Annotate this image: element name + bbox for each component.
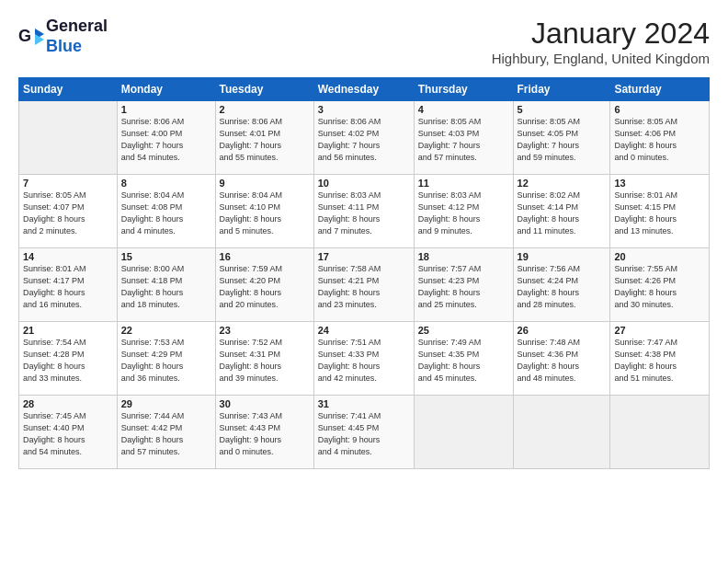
day-info: Sunrise: 7:47 AM Sunset: 4:38 PM Dayligh… — [614, 337, 705, 385]
day-number: 10 — [318, 178, 410, 189]
calendar-cell: 23Sunrise: 7:52 AM Sunset: 4:31 PM Dayli… — [215, 322, 313, 396]
day-info: Sunrise: 7:56 AM Sunset: 4:24 PM Dayligh… — [518, 263, 607, 311]
day-number: 25 — [418, 325, 509, 336]
day-info: Sunrise: 8:03 AM Sunset: 4:12 PM Dayligh… — [418, 190, 509, 237]
day-info: Sunrise: 7:58 AM Sunset: 4:21 PM Dayligh… — [318, 263, 410, 311]
calendar-table: SundayMondayTuesdayWednesdayThursdayFrid… — [18, 77, 710, 469]
calendar-cell: 4Sunrise: 8:05 AM Sunset: 4:03 PM Daylig… — [414, 101, 513, 175]
day-number: 28 — [23, 398, 113, 409]
logo-line1: General — [46, 17, 108, 37]
day-number: 24 — [318, 325, 410, 336]
day-number: 12 — [518, 178, 607, 189]
day-info: Sunrise: 8:01 AM Sunset: 4:15 PM Dayligh… — [614, 190, 705, 237]
calendar-cell: 15Sunrise: 8:00 AM Sunset: 4:18 PM Dayli… — [117, 248, 215, 322]
day-info: Sunrise: 8:05 AM Sunset: 4:05 PM Dayligh… — [518, 116, 607, 164]
calendar-cell: 14Sunrise: 8:01 AM Sunset: 4:17 PM Dayli… — [19, 248, 118, 322]
day-number: 13 — [614, 178, 705, 189]
calendar-cell — [19, 101, 118, 175]
location: Highbury, England, United Kingdom — [492, 51, 710, 66]
weekday-header-sunday: Sunday — [19, 78, 118, 101]
week-row-5: 28Sunrise: 7:45 AM Sunset: 4:40 PM Dayli… — [19, 396, 710, 469]
calendar-cell: 12Sunrise: 8:02 AM Sunset: 4:14 PM Dayli… — [513, 175, 610, 248]
calendar-cell: 9Sunrise: 8:04 AM Sunset: 4:10 PM Daylig… — [215, 175, 313, 248]
day-number: 29 — [121, 398, 211, 409]
logo-text: General Blue — [46, 17, 108, 56]
calendar-cell: 11Sunrise: 8:03 AM Sunset: 4:12 PM Dayli… — [414, 175, 513, 248]
day-number: 20 — [614, 251, 705, 262]
day-info: Sunrise: 7:57 AM Sunset: 4:23 PM Dayligh… — [418, 263, 509, 311]
calendar-cell: 8Sunrise: 8:04 AM Sunset: 4:08 PM Daylig… — [117, 175, 215, 248]
day-number: 9 — [220, 178, 310, 189]
day-info: Sunrise: 7:54 AM Sunset: 4:28 PM Dayligh… — [23, 337, 113, 385]
calendar-cell: 28Sunrise: 7:45 AM Sunset: 4:40 PM Dayli… — [19, 396, 118, 469]
calendar-cell: 5Sunrise: 8:05 AM Sunset: 4:05 PM Daylig… — [513, 101, 610, 175]
calendar-cell: 10Sunrise: 8:03 AM Sunset: 4:11 PM Dayli… — [313, 175, 414, 248]
calendar-cell: 18Sunrise: 7:57 AM Sunset: 4:23 PM Dayli… — [414, 248, 513, 322]
day-info: Sunrise: 7:55 AM Sunset: 4:26 PM Dayligh… — [614, 263, 705, 311]
week-row-1: 1Sunrise: 8:06 AM Sunset: 4:00 PM Daylig… — [19, 101, 710, 175]
calendar-cell: 6Sunrise: 8:05 AM Sunset: 4:06 PM Daylig… — [610, 101, 710, 175]
weekday-header-thursday: Thursday — [414, 78, 513, 101]
day-number: 5 — [518, 104, 607, 115]
week-row-4: 21Sunrise: 7:54 AM Sunset: 4:28 PM Dayli… — [19, 322, 710, 396]
calendar-cell: 7Sunrise: 8:05 AM Sunset: 4:07 PM Daylig… — [19, 175, 118, 248]
day-number: 18 — [418, 251, 509, 262]
weekday-header-tuesday: Tuesday — [215, 78, 313, 101]
calendar-cell — [610, 396, 710, 469]
day-info: Sunrise: 8:05 AM Sunset: 4:03 PM Dayligh… — [418, 116, 509, 164]
logo-line2: Blue — [46, 37, 108, 57]
day-info: Sunrise: 7:51 AM Sunset: 4:33 PM Dayligh… — [318, 337, 410, 385]
day-number: 31 — [318, 398, 410, 409]
calendar-cell: 1Sunrise: 8:06 AM Sunset: 4:00 PM Daylig… — [117, 101, 215, 175]
calendar-cell: 21Sunrise: 7:54 AM Sunset: 4:28 PM Dayli… — [19, 322, 118, 396]
calendar-cell — [513, 396, 610, 469]
day-info: Sunrise: 8:05 AM Sunset: 4:07 PM Dayligh… — [23, 190, 113, 237]
day-info: Sunrise: 7:41 AM Sunset: 4:45 PM Dayligh… — [318, 410, 410, 458]
svg-text:G: G — [18, 27, 31, 45]
calendar-page: G General Blue January 2024 Highbury, En… — [0, 0, 728, 563]
day-number: 30 — [220, 398, 310, 409]
day-info: Sunrise: 7:53 AM Sunset: 4:29 PM Dayligh… — [121, 337, 211, 385]
logo: G General Blue — [18, 17, 108, 56]
day-info: Sunrise: 7:52 AM Sunset: 4:31 PM Dayligh… — [220, 337, 310, 385]
day-info: Sunrise: 7:45 AM Sunset: 4:40 PM Dayligh… — [23, 410, 113, 458]
calendar-cell: 3Sunrise: 8:06 AM Sunset: 4:02 PM Daylig… — [313, 101, 414, 175]
calendar-cell: 2Sunrise: 8:06 AM Sunset: 4:01 PM Daylig… — [215, 101, 313, 175]
calendar-cell: 24Sunrise: 7:51 AM Sunset: 4:33 PM Dayli… — [313, 322, 414, 396]
title-block: January 2024 Highbury, England, United K… — [492, 17, 710, 66]
weekday-header-monday: Monday — [117, 78, 215, 101]
calendar-cell: 26Sunrise: 7:48 AM Sunset: 4:36 PM Dayli… — [513, 322, 610, 396]
day-info: Sunrise: 7:43 AM Sunset: 4:43 PM Dayligh… — [220, 410, 310, 458]
day-info: Sunrise: 8:00 AM Sunset: 4:18 PM Dayligh… — [121, 263, 211, 311]
day-info: Sunrise: 7:49 AM Sunset: 4:35 PM Dayligh… — [418, 337, 509, 385]
day-number: 16 — [220, 251, 310, 262]
day-info: Sunrise: 8:06 AM Sunset: 4:01 PM Dayligh… — [220, 116, 310, 164]
day-number: 21 — [23, 325, 113, 336]
day-info: Sunrise: 8:05 AM Sunset: 4:06 PM Dayligh… — [614, 116, 705, 164]
calendar-cell — [414, 396, 513, 469]
month-title: January 2024 — [492, 17, 710, 51]
day-info: Sunrise: 8:06 AM Sunset: 4:00 PM Dayligh… — [121, 116, 211, 164]
day-number: 14 — [23, 251, 113, 262]
calendar-cell: 30Sunrise: 7:43 AM Sunset: 4:43 PM Dayli… — [215, 396, 313, 469]
weekday-header-friday: Friday — [513, 78, 610, 101]
calendar-cell: 22Sunrise: 7:53 AM Sunset: 4:29 PM Dayli… — [117, 322, 215, 396]
calendar-cell: 16Sunrise: 7:59 AM Sunset: 4:20 PM Dayli… — [215, 248, 313, 322]
day-info: Sunrise: 8:04 AM Sunset: 4:08 PM Dayligh… — [121, 190, 211, 237]
day-number: 15 — [121, 251, 211, 262]
calendar-cell: 25Sunrise: 7:49 AM Sunset: 4:35 PM Dayli… — [414, 322, 513, 396]
calendar-cell: 29Sunrise: 7:44 AM Sunset: 4:42 PM Dayli… — [117, 396, 215, 469]
day-info: Sunrise: 7:44 AM Sunset: 4:42 PM Dayligh… — [121, 410, 211, 458]
day-number: 26 — [518, 325, 607, 336]
weekday-header-wednesday: Wednesday — [313, 78, 414, 101]
header: G General Blue January 2024 Highbury, En… — [18, 17, 710, 66]
calendar-cell: 31Sunrise: 7:41 AM Sunset: 4:45 PM Dayli… — [313, 396, 414, 469]
day-number: 19 — [518, 251, 607, 262]
logo-icon: G — [18, 27, 44, 47]
day-info: Sunrise: 8:01 AM Sunset: 4:17 PM Dayligh… — [23, 263, 113, 311]
calendar-cell: 13Sunrise: 8:01 AM Sunset: 4:15 PM Dayli… — [610, 175, 710, 248]
day-number: 17 — [318, 251, 410, 262]
calendar-cell: 19Sunrise: 7:56 AM Sunset: 4:24 PM Dayli… — [513, 248, 610, 322]
day-number: 6 — [614, 104, 705, 115]
day-info: Sunrise: 7:59 AM Sunset: 4:20 PM Dayligh… — [220, 263, 310, 311]
